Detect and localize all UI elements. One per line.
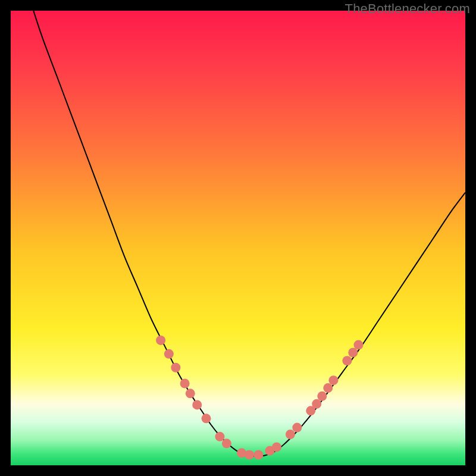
bead-marker bbox=[202, 414, 211, 423]
bead-marker bbox=[292, 423, 302, 433]
bottleneck-chart bbox=[11, 11, 465, 465]
bead-marker bbox=[272, 442, 281, 452]
bead-marker bbox=[317, 392, 327, 401]
bead-marker bbox=[245, 450, 254, 459]
bead-marker bbox=[192, 400, 202, 409]
bead-marker bbox=[186, 389, 195, 398]
bead-marker bbox=[348, 348, 358, 358]
bead-marker bbox=[164, 349, 174, 359]
chart-frame bbox=[11, 11, 465, 465]
watermark-text: TheBottlenecker.com bbox=[345, 1, 470, 17]
bead-marker bbox=[156, 336, 165, 345]
bead-marker bbox=[253, 450, 263, 459]
bead-marker bbox=[171, 363, 180, 372]
bead-marker bbox=[323, 383, 333, 393]
bead-marker bbox=[286, 430, 295, 439]
bead-marker bbox=[222, 439, 231, 448]
bead-marker bbox=[215, 432, 224, 441]
bead-marker bbox=[328, 375, 338, 385]
bead-marker bbox=[312, 399, 321, 409]
bead-marker bbox=[180, 378, 190, 388]
bead-marker bbox=[353, 340, 363, 350]
gradient-background bbox=[11, 11, 465, 465]
bead-marker bbox=[342, 356, 352, 365]
